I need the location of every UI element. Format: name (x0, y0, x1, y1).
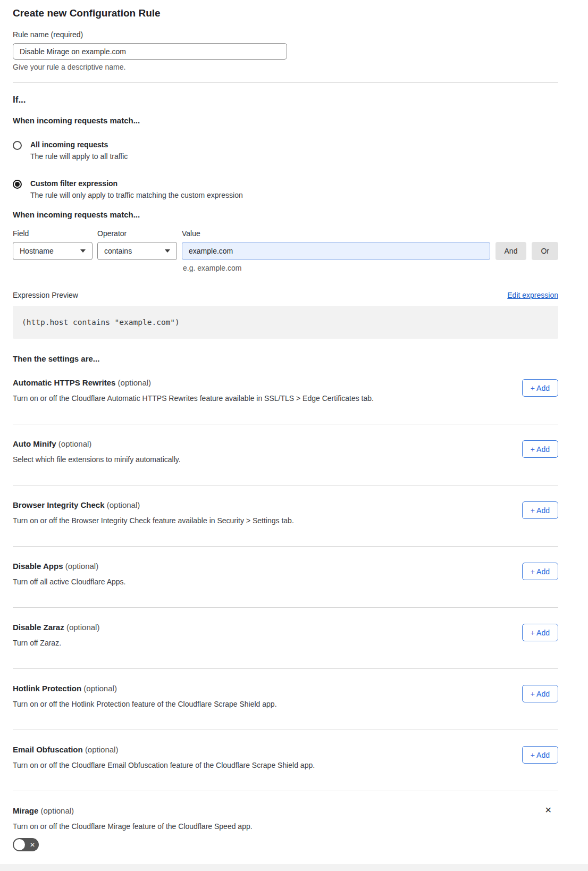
operator-column: Operator contains (97, 229, 177, 260)
optional-label: (optional) (41, 806, 74, 815)
radio-option-custom-filter[interactable]: Custom filter expression The rule will o… (13, 179, 558, 199)
operator-label: Operator (97, 229, 177, 238)
setting-row-auto-minify: Auto Minify (optional) Select which file… (13, 424, 558, 485)
value-input[interactable] (182, 242, 490, 260)
optional-label: (optional) (118, 378, 152, 387)
radio-description: The rule will only apply to traffic matc… (30, 191, 243, 199)
value-column: Value (182, 229, 490, 260)
setting-name: Browser Integrity Check (optional) (13, 500, 294, 509)
setting-name: Hotlink Protection (optional) (13, 684, 277, 693)
rule-name-helper: Give your rule a descriptive name. (13, 63, 558, 71)
setting-row-automatic-https-rewrites: Automatic HTTPS Rewrites (optional) Turn… (13, 363, 558, 424)
setting-row-disable-apps: Disable Apps (optional) Turn off all act… (13, 547, 558, 608)
radio-label: All incoming requests (30, 140, 128, 149)
setting-description: Turn on or off the Hotlink Protection fe… (13, 700, 277, 708)
setting-name: Mirage (optional) (13, 806, 74, 815)
setting-row-disable-zaraz: Disable Zaraz (optional) Turn off Zaraz.… (13, 608, 558, 669)
optional-label: (optional) (107, 500, 140, 509)
add-button[interactable]: + Add (522, 379, 558, 397)
close-icon[interactable]: ✕ (545, 806, 552, 815)
setting-name: Automatic HTTPS Rewrites (optional) (13, 378, 374, 387)
or-button[interactable]: Or (532, 242, 558, 260)
match-heading: When incoming requests match... (13, 116, 558, 125)
radio-unselected-icon[interactable] (13, 141, 22, 150)
field-label: Field (13, 229, 93, 238)
and-button[interactable]: And (495, 242, 527, 260)
setting-name: Auto Minify (optional) (13, 439, 181, 448)
value-helper: e.g. example.com (183, 264, 558, 272)
add-button[interactable]: + Add (522, 440, 558, 458)
then-settings-heading: Then the settings are... (13, 354, 558, 363)
optional-label: (optional) (85, 745, 119, 754)
field-select-value: Hostname (20, 247, 54, 255)
expression-preview-label: Expression Preview (13, 291, 78, 299)
setting-name: Disable Zaraz (optional) (13, 623, 99, 632)
expression-preview-code: (http.host contains "example.com") (13, 306, 558, 339)
setting-row-hotlink-protection: Hotlink Protection (optional) Turn on or… (13, 669, 558, 730)
operator-select-value: contains (104, 247, 132, 255)
footer-strip (0, 864, 588, 871)
create-configuration-rule-form: Create new Configuration Rule Rule name … (0, 0, 588, 851)
setting-description: Turn on or off the Cloudflare Automatic … (13, 394, 374, 403)
add-button[interactable]: + Add (522, 746, 558, 764)
setting-description: Turn off all active Cloudflare Apps. (13, 577, 125, 586)
optional-label: (optional) (65, 562, 99, 571)
expression-builder-row: Field Hostname Operator contains Value A… (13, 229, 558, 260)
field-column: Field Hostname (13, 229, 93, 260)
page-title: Create new Configuration Rule (13, 7, 558, 19)
setting-name: Disable Apps (optional) (13, 562, 125, 571)
setting-description: Turn on or off the Browser Integrity Che… (13, 516, 294, 525)
radio-label: Custom filter expression (30, 179, 243, 188)
add-button[interactable]: + Add (522, 685, 558, 702)
builder-heading: When incoming requests match... (13, 210, 558, 219)
setting-description: Turn off Zaraz. (13, 639, 99, 647)
radio-selected-icon[interactable] (13, 180, 22, 189)
setting-name: Email Obfuscation (optional) (13, 745, 315, 754)
value-label: Value (182, 229, 490, 238)
optional-label: (optional) (66, 623, 100, 632)
setting-row-browser-integrity-check: Browser Integrity Check (optional) Turn … (13, 485, 558, 547)
toggle-x-icon: ✕ (30, 842, 35, 848)
chevron-down-icon (80, 249, 86, 253)
setting-description: Turn on or off the Cloudflare Mirage fea… (13, 822, 558, 831)
operator-select[interactable]: contains (97, 242, 177, 260)
if-heading: If... (13, 95, 558, 105)
optional-label: (optional) (58, 439, 92, 448)
mirage-toggle-off[interactable]: ✕ (13, 838, 39, 851)
expression-preview-header: Expression Preview Edit expression (13, 291, 558, 299)
chevron-down-icon (165, 249, 170, 253)
setting-description: Turn on or off the Cloudflare Email Obfu… (13, 761, 315, 769)
setting-row-email-obfuscation: Email Obfuscation (optional) Turn on or … (13, 730, 558, 791)
radio-description: The rule will apply to all traffic (30, 152, 128, 161)
optional-label: (optional) (83, 684, 117, 693)
setting-row-mirage: Mirage (optional) ✕ Turn on or off the C… (13, 791, 558, 851)
divider (13, 82, 558, 83)
add-button[interactable]: + Add (522, 624, 558, 641)
setting-description: Select which file extensions to minify a… (13, 455, 181, 464)
rule-name-label: Rule name (required) (13, 30, 558, 39)
field-select[interactable]: Hostname (13, 242, 93, 260)
toggle-knob (14, 839, 25, 850)
radio-option-all-requests[interactable]: All incoming requests The rule will appl… (13, 140, 558, 161)
edit-expression-link[interactable]: Edit expression (507, 291, 558, 299)
add-button[interactable]: + Add (522, 501, 558, 519)
add-button[interactable]: + Add (522, 563, 558, 580)
rule-name-input[interactable] (13, 43, 287, 60)
